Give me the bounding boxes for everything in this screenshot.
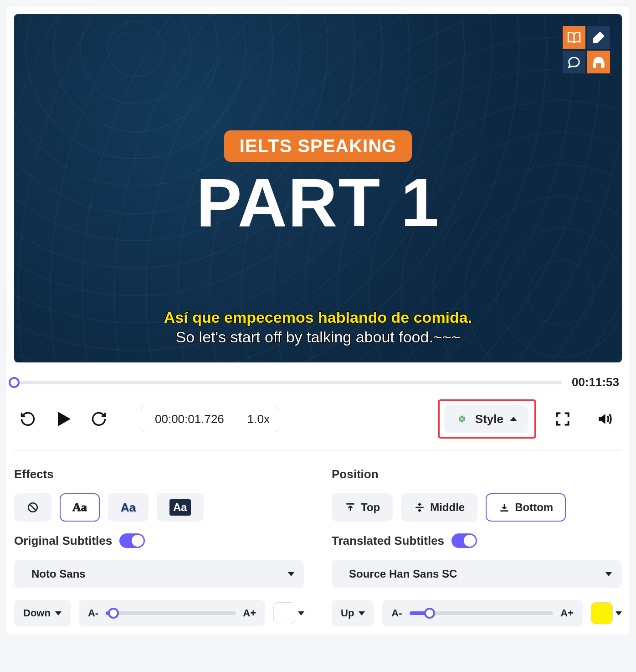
seek-thumb[interactable] [9, 377, 20, 388]
translated-font-label: Source Han Sans SC [349, 568, 457, 580]
effect-outline[interactable]: Aa [60, 493, 100, 522]
listening-icon [587, 51, 610, 73]
translated-font-select[interactable]: Source Han Sans SC [332, 560, 622, 588]
translated-size-slider[interactable]: A- A+ [382, 600, 583, 626]
effect-box[interactable]: Aa [157, 493, 204, 522]
playback-speed[interactable]: 1.0x [238, 406, 279, 432]
fullscreen-button[interactable] [549, 405, 576, 433]
rewind-button[interactable] [14, 405, 41, 433]
original-subs-toggle[interactable] [119, 533, 145, 548]
chevron-down-icon [298, 611, 304, 615]
align-bottom-icon [498, 501, 510, 513]
align-middle-icon [414, 501, 426, 513]
size-minus-label: A- [88, 607, 98, 619]
align-top-icon [344, 501, 356, 513]
reading-icon [563, 26, 585, 49]
original-font-label: Noto Sans [31, 568, 86, 580]
style-label: Style [475, 412, 503, 426]
translated-subs-toggle[interactable] [451, 533, 477, 548]
ban-icon [27, 501, 39, 513]
original-layer-label: Down [23, 607, 51, 619]
chevron-down-icon [605, 572, 612, 576]
current-time[interactable]: 00:00:01.726 [141, 406, 238, 432]
color-swatch [273, 602, 295, 624]
video-title-block: IELTS SPEAKING PART 1 [14, 130, 622, 237]
subtitle-original: So let's start off by talking about food… [176, 328, 461, 346]
position-top-label: Top [361, 501, 380, 514]
aa-box-icon: Aa [169, 499, 191, 516]
chevron-down-icon [615, 611, 622, 615]
translated-layer-label: Up [341, 607, 354, 619]
aa-outline-icon: Aa [72, 501, 87, 514]
size-plus-label: A+ [560, 607, 574, 619]
slider-thumb[interactable] [108, 608, 119, 619]
video-pill: IELTS SPEAKING [224, 130, 412, 162]
subtitle-translated: Así que empecemos hablando de comida. [164, 309, 472, 326]
svg-point-6 [461, 418, 463, 420]
chevron-down-icon [359, 611, 365, 615]
translated-subs-title: Translated Subtitles [332, 534, 444, 548]
style-button[interactable]: Style [444, 405, 528, 433]
style-icon [455, 412, 469, 426]
original-layer-select[interactable]: Down [14, 600, 71, 626]
volume-button[interactable] [591, 405, 618, 433]
size-plus-label: A+ [243, 607, 256, 619]
translated-layer-select[interactable]: Up [332, 600, 374, 626]
original-font-select[interactable]: Noto Sans [14, 560, 304, 588]
original-color-picker[interactable] [273, 602, 304, 624]
play-button[interactable] [50, 405, 77, 433]
color-swatch [591, 602, 613, 624]
translated-color-picker[interactable] [591, 602, 622, 624]
effect-none[interactable] [14, 493, 51, 522]
chevron-down-icon [288, 572, 294, 576]
speaking-icon [563, 51, 585, 73]
caret-up-icon [510, 417, 517, 421]
subtitle-overlay: Así que empecemos hablando de comida. So… [14, 309, 622, 346]
position-top[interactable]: Top [332, 493, 393, 522]
size-minus-label: A- [391, 607, 402, 619]
slider-thumb[interactable] [424, 608, 435, 619]
aa-shadow-icon: Aa [121, 501, 136, 515]
position-bottom[interactable]: Bottom [486, 493, 566, 522]
effect-shadow[interactable]: Aa [108, 493, 149, 522]
position-bottom-label: Bottom [515, 501, 553, 514]
effects-title: Effects [14, 467, 304, 481]
skills-badge [563, 26, 610, 73]
position-middle-label: Middle [430, 501, 465, 514]
video-preview[interactable]: IELTS SPEAKING PART 1 Así que empecemos … [14, 14, 622, 362]
video-headline: PART 1 [196, 168, 440, 237]
writing-icon [587, 26, 610, 49]
original-size-slider[interactable]: A- A+ [79, 600, 265, 626]
position-middle[interactable]: Middle [401, 493, 477, 522]
position-title: Position [332, 467, 622, 481]
duration-label: 00:11:53 [572, 375, 622, 389]
forward-button[interactable] [85, 405, 113, 433]
chevron-down-icon [55, 611, 62, 615]
original-subs-title: Original Subtitles [14, 534, 112, 548]
style-highlight-box: Style [438, 399, 536, 439]
seek-bar[interactable] [14, 381, 562, 384]
